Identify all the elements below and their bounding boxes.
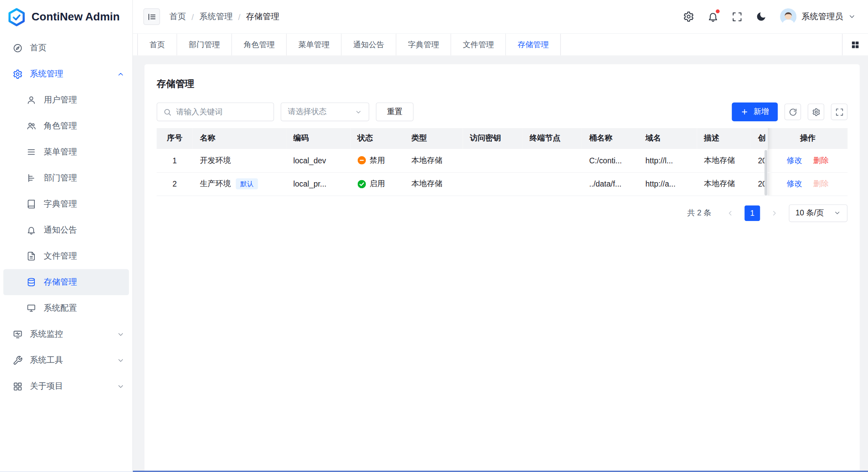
search-input[interactable] (176, 107, 267, 116)
sidebar-subitem-user-management[interactable]: 用户管理 (3, 87, 129, 113)
sidebar-item-system-tools[interactable]: 系统工具 (0, 347, 132, 373)
header-settings-button[interactable] (683, 11, 694, 22)
tab-role[interactable]: 角色管理 (232, 34, 287, 55)
monitor-icon (26, 303, 36, 313)
column-header-description: 描述 (697, 128, 751, 149)
page-size-select[interactable]: 10 条/页 (789, 204, 848, 222)
sidebar-item-system-management[interactable]: 系统管理 (0, 61, 132, 87)
fullscreen-button[interactable] (732, 11, 742, 22)
sidebar-item-label: 首页 (30, 43, 46, 53)
tab-dictionary[interactable]: 字典管理 (396, 34, 451, 55)
sidebar-item-label: 部门管理 (44, 173, 77, 183)
next-page-button[interactable] (767, 205, 782, 221)
app-window: ContiNew Admin 首页 系统管理 (0, 0, 868, 472)
cell-name: 开发环境 (192, 149, 286, 172)
tab-file[interactable]: 文件管理 (451, 34, 506, 55)
tab-label: 字典管理 (408, 40, 439, 50)
cell-type: 本地存储 (404, 149, 463, 172)
delete-link-disabled: 删除 (813, 179, 829, 188)
breadcrumb-system[interactable]: 系统管理 (199, 11, 233, 22)
cell-domain: http://l... (638, 149, 697, 172)
page-title: 存储管理 (156, 78, 847, 90)
chevron-down-icon (117, 382, 124, 390)
table-scrollbar[interactable] (764, 150, 767, 195)
column-header-code: 编码 (286, 128, 350, 149)
menu-fold-icon (147, 12, 156, 22)
sidebar-item-label: 系统工具 (30, 355, 63, 366)
sidebar-subitem-file-management[interactable]: 文件管理 (3, 243, 129, 269)
notification-badge-dot (716, 10, 720, 14)
sidebar-item-system-monitor[interactable]: 系统监控 (0, 321, 132, 347)
tab-home[interactable]: 首页 (137, 34, 177, 55)
status-label: 禁用 (369, 155, 385, 165)
column-header-operation: 操作 (768, 128, 848, 149)
sidebar-subitem-notice[interactable]: 通知公告 (3, 217, 129, 243)
column-header-created: 创 (751, 128, 768, 149)
chevron-down-icon (117, 330, 124, 338)
refresh-button[interactable] (784, 104, 801, 120)
edit-link[interactable]: 修改 (787, 179, 802, 188)
breadcrumb-separator: / (238, 12, 241, 22)
default-badge: 默认 (236, 178, 258, 189)
sidebar-item-label: 系统配置 (44, 303, 77, 313)
tab-notice[interactable]: 通知公告 (341, 34, 396, 55)
status-label: 启用 (369, 179, 385, 189)
sidebar-subitem-storage-management[interactable]: 存储管理 (3, 269, 129, 295)
edit-link[interactable]: 修改 (787, 155, 802, 164)
cell-status: 启用 (350, 172, 404, 195)
sidebar-subitem-department-management[interactable]: 部门管理 (3, 165, 129, 191)
status-enabled-icon (357, 180, 366, 188)
sidebar-subitem-menu-management[interactable]: 菜单管理 (3, 139, 129, 165)
page-content: 存储管理 请选择状态 重置 (133, 55, 868, 472)
fullscreen-icon (732, 11, 742, 22)
tab-department[interactable]: 部门管理 (177, 34, 232, 55)
theme-toggle-button[interactable] (756, 11, 767, 22)
status-select[interactable]: 请选择状态 (281, 102, 369, 121)
cell-description: 本地存储 (697, 149, 751, 172)
sidebar-item-label: 菜单管理 (44, 147, 77, 157)
sidebar-item-label: 文件管理 (44, 251, 77, 261)
user-menu[interactable]: 系统管理员 (780, 8, 856, 25)
gear-icon (683, 11, 694, 22)
reset-button[interactable]: 重置 (376, 102, 413, 121)
sidebar-subitem-system-config[interactable]: 系统配置 (3, 295, 129, 321)
cell-access-key (463, 149, 522, 172)
table-fullscreen-button[interactable] (831, 104, 847, 120)
file-icon (26, 251, 36, 261)
cell-domain: http://a... (638, 172, 697, 195)
breadcrumb-home[interactable]: 首页 (169, 11, 186, 22)
prev-page-button[interactable] (722, 205, 738, 221)
status-disabled-icon (357, 156, 366, 165)
sidebar-menu: 首页 系统管理 用户管理 (0, 34, 132, 472)
add-button-label: 新增 (754, 107, 769, 117)
sidebar-item-about-project[interactable]: 关于项目 (0, 373, 132, 399)
tab-menu[interactable]: 菜单管理 (287, 34, 342, 55)
page-number-1[interactable]: 1 (745, 205, 760, 221)
delete-link[interactable]: 删除 (813, 155, 829, 164)
cell-index: 1 (156, 149, 192, 172)
sidebar-item-home[interactable]: 首页 (0, 35, 132, 61)
table-row: 1 开发环境 local_dev 禁用 (156, 149, 847, 172)
chevron-right-icon (771, 209, 778, 217)
table-header-row: 序号 名称 编码 状态 类型 访问密钥 终端节点 桶名称 域名 描述 创 (156, 128, 847, 149)
sidebar-item-label: 系统管理 (30, 69, 63, 79)
sidebar-item-label: 字典管理 (44, 199, 77, 209)
moon-icon (756, 11, 767, 22)
fullscreen-icon (835, 108, 844, 116)
main-area: 首页 / 系统管理 / 存储管理 (133, 0, 868, 472)
app-logo[interactable]: ContiNew Admin (0, 0, 132, 34)
column-header-access-key: 访问密钥 (463, 128, 522, 149)
add-button[interactable]: 新增 (732, 102, 778, 121)
cell-type: 本地存储 (404, 172, 463, 195)
tab-label: 文件管理 (463, 40, 493, 50)
tab-actions-button[interactable] (842, 34, 868, 55)
column-settings-button[interactable] (808, 104, 824, 120)
notification-button[interactable] (708, 11, 719, 22)
cell-operation: 修改 删除 (768, 172, 848, 195)
tab-storage[interactable]: 存储管理 (506, 34, 561, 55)
cell-name: 生产环境 默认 (192, 172, 286, 195)
sidebar-subitem-role-management[interactable]: 角色管理 (3, 113, 129, 139)
sidebar-subitem-dictionary-management[interactable]: 字典管理 (3, 191, 129, 217)
sidebar-collapse-button[interactable] (143, 8, 160, 25)
users-icon (26, 121, 36, 131)
